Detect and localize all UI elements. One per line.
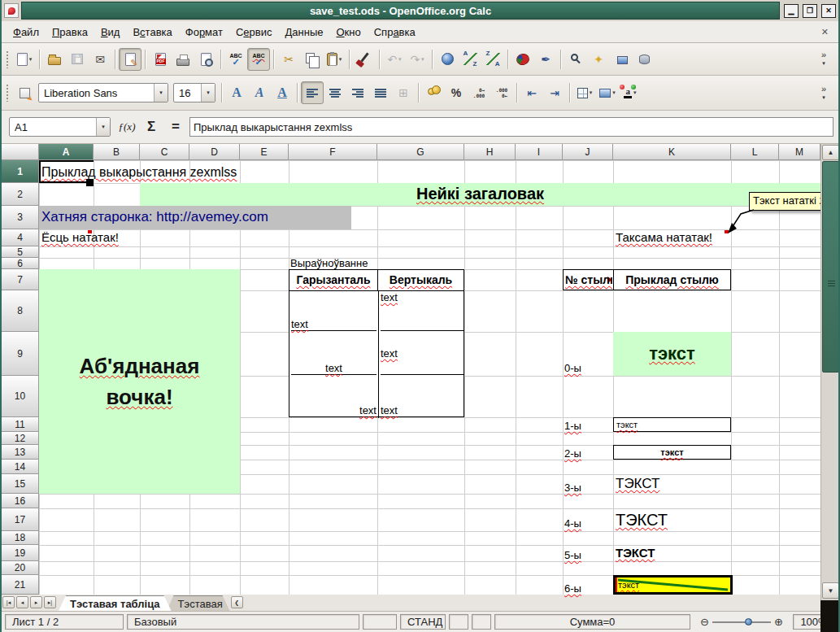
print-button[interactable] (172, 48, 194, 71)
function-wizard-icon[interactable]: ƒ(x) (116, 117, 137, 137)
cell-heading-C2[interactable]: Нейкі загаловак (140, 183, 820, 206)
cell-merged-A7[interactable]: Аб'яднаная вочка! (39, 269, 240, 494)
toolbar-more-icon[interactable]: »▾ (812, 48, 835, 71)
sort-ascending-button[interactable] (459, 48, 481, 71)
zoom-slider[interactable]: ⊖ ⊕ (694, 614, 790, 630)
cell-G8-text-top[interactable]: text (381, 291, 464, 331)
align-left-button[interactable] (301, 81, 324, 104)
column-header-B[interactable]: B (94, 144, 140, 160)
cell-F9-text-center[interactable]: text (291, 333, 376, 375)
percent-button[interactable]: % (445, 81, 468, 104)
status-selection-mode[interactable]: СТАНД (400, 614, 446, 630)
open-button[interactable] (43, 48, 66, 71)
align-right-button[interactable] (346, 81, 369, 104)
cell-J21[interactable]: 6-ы (564, 575, 612, 595)
borders-button[interactable]: ▾ (573, 81, 596, 104)
sum-icon[interactable]: Σ (141, 117, 162, 137)
new-document-dropdown-icon[interactable]: ▾ (29, 56, 33, 63)
increase-indent-button[interactable]: ⇥ (543, 81, 566, 104)
gallery-button[interactable] (610, 48, 633, 71)
row-header-7[interactable]: 7 (2, 269, 39, 290)
fill-handle[interactable] (86, 179, 94, 186)
row-header-2[interactable]: 2 (2, 183, 39, 206)
row-header-15[interactable]: 15 (2, 474, 39, 494)
undo-dropdown-icon[interactable]: ▾ (398, 56, 402, 63)
page-preview-button[interactable] (194, 48, 217, 71)
column-header-F[interactable]: F (289, 144, 377, 160)
row-header-13[interactable]: 13 (2, 445, 39, 460)
menu-данные[interactable]: Данные (278, 23, 329, 41)
borders-dropdown-icon[interactable]: ▾ (590, 89, 593, 96)
row-header-12[interactable]: 12 (2, 432, 39, 445)
cell-K11-style1[interactable]: тэкст (613, 417, 731, 432)
row-header-19[interactable]: 19 (2, 545, 39, 561)
sheet-tab-2[interactable]: Тэставая (167, 595, 230, 611)
currency-button[interactable] (422, 81, 445, 104)
font-name-combo-dropdown-icon[interactable]: ▾ (154, 84, 168, 102)
column-header-C[interactable]: C (140, 144, 189, 160)
cell-style-no-header[interactable]: № стылю (565, 270, 612, 290)
cell-J19[interactable]: 5-ы (564, 545, 612, 561)
add-decimal-button[interactable]: 0→ .000 (468, 81, 490, 104)
autospellcheck-button[interactable]: ABC (247, 48, 270, 71)
navigator-button[interactable]: ✦ (587, 48, 610, 71)
name-box[interactable]: A1 ▾ (9, 117, 111, 137)
edit-file-button[interactable] (119, 48, 141, 71)
cell-G9-text-middle[interactable]: text (381, 333, 464, 375)
cell-J15[interactable]: 3-ы (564, 474, 612, 494)
bold-button[interactable]: A (225, 81, 248, 104)
row-header-10[interactable]: 10 (2, 376, 39, 417)
email-button[interactable]: ✉ (89, 48, 111, 71)
font-color-dropdown-icon[interactable]: ▾ (633, 89, 637, 96)
document-close-icon[interactable]: ✕ (816, 27, 833, 37)
cell-A1[interactable]: Прыклад выкарыстання zexmlss (41, 162, 237, 182)
row-header-5[interactable]: 5 (2, 246, 39, 258)
cell-K13-style2[interactable]: тэкст (613, 445, 731, 460)
status-page-style[interactable]: Базовый (127, 614, 359, 630)
sort-descending-button[interactable] (481, 48, 504, 71)
row-header-4[interactable]: 4 (2, 229, 39, 246)
cell-align-h-header[interactable]: Гарызанталь (289, 270, 378, 291)
font-size-combo[interactable]: 16▾ (173, 83, 215, 102)
row-header-3[interactable]: 3 (2, 206, 39, 229)
font-size-combo-dropdown-icon[interactable]: ▾ (201, 84, 215, 102)
menu-справка[interactable]: Справка (368, 23, 422, 41)
cell-F10-text-right[interactable]: text (291, 376, 376, 416)
cut-button[interactable]: ✂ (277, 48, 300, 71)
menu-файл[interactable]: Файл (7, 23, 46, 41)
cell-align-v-header[interactable]: Вертыкаль (378, 270, 464, 291)
cell-J11[interactable]: 1-ы (564, 417, 612, 432)
row-header-18[interactable]: 18 (2, 531, 39, 545)
insert-chart-button[interactable] (511, 48, 534, 71)
name-box-dropdown-icon[interactable]: ▾ (96, 118, 110, 136)
cell-J13[interactable]: 2-ы (564, 445, 612, 460)
spellcheck-button[interactable]: ABC (224, 48, 247, 71)
cell-homepage-A3[interactable]: Хатняя старонка: http://avemey.com (39, 206, 351, 229)
status-insert-mode[interactable] (363, 614, 397, 630)
row-header-14[interactable]: 14 (2, 460, 39, 474)
font-name-combo[interactable]: Liberation Sans▾ (38, 83, 168, 102)
cell-style-example-header[interactable]: Прыклад стылю (614, 270, 730, 290)
toolbar-more-icon[interactable]: »▾ (812, 81, 835, 104)
toolbar-grip[interactable] (6, 50, 10, 68)
menu-правка[interactable]: Правка (46, 23, 94, 41)
cell-note-K4[interactable]: Таксама нататак! (616, 229, 712, 246)
delete-decimal-button[interactable]: .000 0← (490, 81, 513, 104)
corner-select-all[interactable] (2, 144, 39, 160)
column-header-K[interactable]: K (613, 144, 731, 160)
row-header-16[interactable]: 16 (2, 494, 39, 508)
font-color-button[interactable]: a▾ (619, 81, 642, 104)
menu-сервис[interactable]: Сервис (229, 23, 279, 41)
paste-button[interactable]: ▾ (323, 48, 346, 71)
align-center-button[interactable] (324, 81, 346, 104)
minimize-button[interactable]: ▁ (784, 4, 799, 18)
menu-вид[interactable]: Вид (94, 23, 127, 41)
menu-формат[interactable]: Формат (179, 23, 229, 41)
menu-вставка[interactable]: Вставка (126, 23, 178, 41)
draw-functions-button[interactable]: ✒ (534, 48, 557, 71)
note-marker-A4[interactable] (88, 230, 92, 233)
column-header-L[interactable]: L (731, 144, 779, 160)
cell-J9[interactable]: 0-ы (564, 332, 612, 374)
formula-input[interactable]: Прыклад выкарыстання zexmlss (189, 117, 833, 137)
toolbar-grip[interactable] (6, 84, 10, 102)
